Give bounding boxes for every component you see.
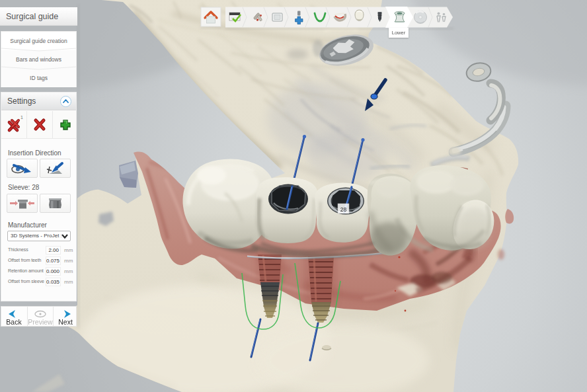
svg-text:1: 1 bbox=[20, 115, 23, 120]
svg-text:28: 28 bbox=[340, 206, 347, 213]
